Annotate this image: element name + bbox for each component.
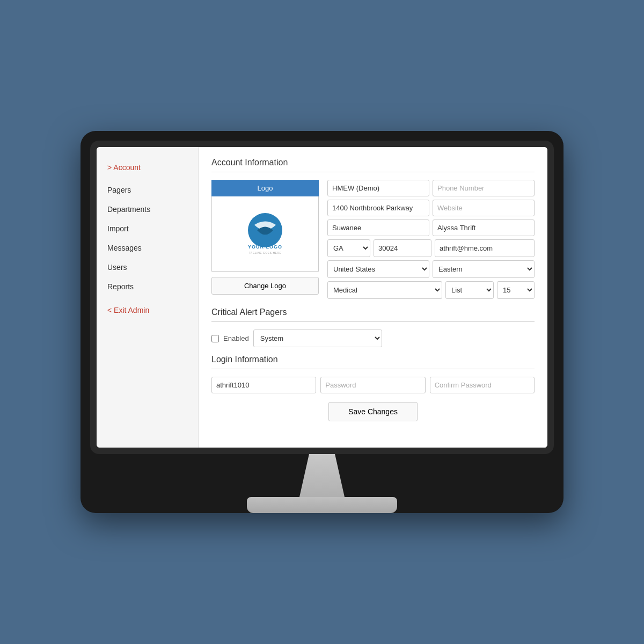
divider-login: [211, 369, 535, 369]
main-content: Account Information Logo: [199, 147, 547, 448]
email-input[interactable]: [435, 239, 535, 257]
critical-alert-section: Critical Alert Pagers Enabled SystemCust…: [211, 308, 535, 347]
sidebar-item-messages[interactable]: Messages: [97, 238, 198, 258]
sidebar-item-exit-admin[interactable]: < Exit Admin: [97, 301, 198, 320]
monitor-stand-base: [247, 497, 397, 513]
company-name-input[interactable]: [327, 180, 429, 196]
sidebar-item-reports[interactable]: Reports: [97, 277, 198, 296]
account-info-grid: Logo YOUR LOGO: [211, 180, 535, 299]
website-input[interactable]: [433, 200, 535, 216]
form-fields: GAALFL United StatesCanada EasternCentr: [327, 180, 535, 299]
login-fields: [211, 377, 535, 393]
username-input[interactable]: [211, 377, 316, 393]
field-row-5: United StatesCanada EasternCentralMounta…: [327, 260, 535, 278]
list-type-select[interactable]: ListGrid: [445, 281, 494, 299]
monitor: > Account Pagers Departments Import Mess…: [80, 131, 564, 513]
svg-text:TAGLINE GOES HERE: TAGLINE GOES HERE: [249, 251, 282, 254]
confirm-password-input[interactable]: [430, 377, 535, 393]
field-row-2: [327, 200, 535, 216]
logo-box: YOUR LOGO TAGLINE GOES HERE: [211, 196, 319, 272]
screen: > Account Pagers Departments Import Mess…: [97, 147, 547, 448]
divider-critical: [211, 321, 535, 322]
city-input[interactable]: [327, 219, 429, 236]
logo-image: YOUR LOGO TAGLINE GOES HERE: [238, 210, 292, 258]
monitor-stand-neck: [290, 454, 354, 497]
change-logo-button[interactable]: Change Logo: [211, 277, 319, 295]
field-row-3: [327, 219, 535, 236]
zip-input[interactable]: [374, 239, 431, 257]
enabled-row: Enabled SystemCustom: [211, 330, 535, 347]
sidebar-item-account[interactable]: > Account: [97, 158, 198, 180]
save-btn-row: Save Changes: [211, 402, 535, 421]
field-row-6: MedicalRestaurantRetail ListGrid 152550: [327, 281, 535, 299]
sidebar-item-users[interactable]: Users: [97, 258, 198, 277]
field-row-1: [327, 180, 535, 196]
address-input[interactable]: [327, 200, 429, 216]
num-per-page-select[interactable]: 152550: [497, 281, 535, 299]
sidebar: > Account Pagers Departments Import Mess…: [97, 147, 199, 448]
password-input[interactable]: [320, 377, 425, 393]
enabled-checkbox[interactable]: [211, 335, 219, 342]
contact-name-input[interactable]: [433, 219, 535, 236]
system-select[interactable]: SystemCustom: [253, 330, 382, 347]
login-info-section: Login Information: [211, 355, 535, 393]
account-info-title: Account Information: [211, 158, 535, 167]
screen-bezel: > Account Pagers Departments Import Mess…: [90, 141, 554, 454]
logo-section: Logo YOUR LOGO: [211, 180, 319, 299]
login-info-title: Login Information: [211, 355, 535, 364]
svg-text:YOUR LOGO: YOUR LOGO: [248, 244, 282, 250]
timezone-select[interactable]: EasternCentralMountainPacific: [433, 260, 535, 278]
sidebar-item-departments[interactable]: Departments: [97, 200, 198, 219]
critical-alert-title: Critical Alert Pagers: [211, 308, 535, 317]
field-row-4: GAALFL: [327, 239, 535, 257]
divider-account: [211, 172, 535, 172]
country-select[interactable]: United StatesCanada: [327, 260, 429, 278]
sidebar-item-import[interactable]: Import: [97, 219, 198, 238]
enabled-label: Enabled: [223, 334, 249, 342]
logo-label: Logo: [211, 180, 319, 196]
phone-input[interactable]: [433, 180, 535, 196]
sidebar-item-pagers[interactable]: Pagers: [97, 180, 198, 200]
save-changes-button[interactable]: Save Changes: [328, 402, 418, 421]
industry-select[interactable]: MedicalRestaurantRetail: [327, 281, 442, 299]
state-select[interactable]: GAALFL: [327, 239, 370, 257]
